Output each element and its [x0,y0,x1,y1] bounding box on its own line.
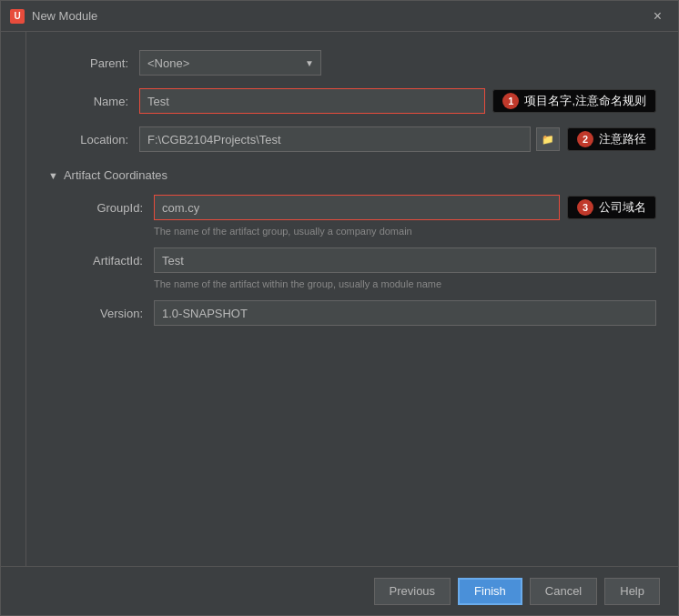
groupid-label: GroupId: [63,201,154,215]
browse-button[interactable]: 📁 [536,127,560,151]
window-title: New Module [32,9,646,23]
version-row: Version: [63,300,656,326]
location-annotation-text: 注意路径 [599,131,646,147]
close-button[interactable]: × [646,5,669,28]
footer: Previous Finish Cancel Help [1,566,678,615]
cancel-button[interactable]: Cancel [530,578,597,605]
name-badge: 1 [502,93,519,109]
new-module-window: U New Module × Parent: <None> Name: [0,0,679,616]
groupid-hint: The name of the artifact group, usually … [63,226,656,237]
groupid-input[interactable] [154,195,560,220]
name-row: Name: 1 项目名字,注意命名规则 [48,88,656,114]
artifact-section-header: ▼ Artifact Coordinates [48,168,656,182]
finish-button[interactable]: Finish [458,578,522,605]
title-bar: U New Module × [1,1,678,32]
section-toggle-icon[interactable]: ▼ [48,170,58,181]
parent-label: Parent: [48,56,139,70]
artifactid-hint: The name of the artifact within the grou… [63,278,656,289]
previous-button[interactable]: Previous [374,578,451,605]
artifact-section-content: GroupId: 3 公司域名 The name of the artifact… [48,195,656,338]
parent-select[interactable]: <None> [139,50,321,76]
artifactid-input[interactable] [154,247,656,273]
location-row: Location: 📁 2 注意路径 [48,126,656,152]
location-label: Location: [48,133,139,146]
folder-icon: 📁 [542,134,554,146]
name-label: Name: [48,95,139,108]
groupid-row: GroupId: 3 公司域名 [63,195,656,220]
parent-select-wrapper: <None> [139,50,321,76]
groupid-annotation: 3 公司域名 [567,196,656,219]
main-panel: Parent: <None> Name: 1 项目名字,注意命名规则 Locat… [26,32,678,566]
groupid-annotation-text: 公司域名 [599,199,646,216]
artifact-section-title: Artifact Coordinates [64,168,167,182]
app-icon: U [10,9,25,24]
artifactid-row: ArtifactId: [63,247,656,273]
name-input[interactable] [139,88,485,114]
name-annotation: 1 项目名字,注意命名规则 [492,89,656,113]
location-badge: 2 [577,131,593,147]
content-area: Parent: <None> Name: 1 项目名字,注意命名规则 Locat… [1,32,678,566]
version-input[interactable] [154,300,656,326]
artifactid-label: ArtifactId: [63,254,154,268]
version-label: Version: [63,307,154,320]
location-input[interactable] [139,126,531,152]
groupid-badge: 3 [577,199,593,216]
help-button[interactable]: Help [604,578,660,605]
name-annotation-text: 项目名字,注意命名规则 [524,93,646,109]
parent-row: Parent: <None> [48,50,656,76]
location-annotation: 2 注意路径 [567,127,656,151]
location-wrapper: 📁 [139,126,560,152]
sidebar [1,32,26,566]
